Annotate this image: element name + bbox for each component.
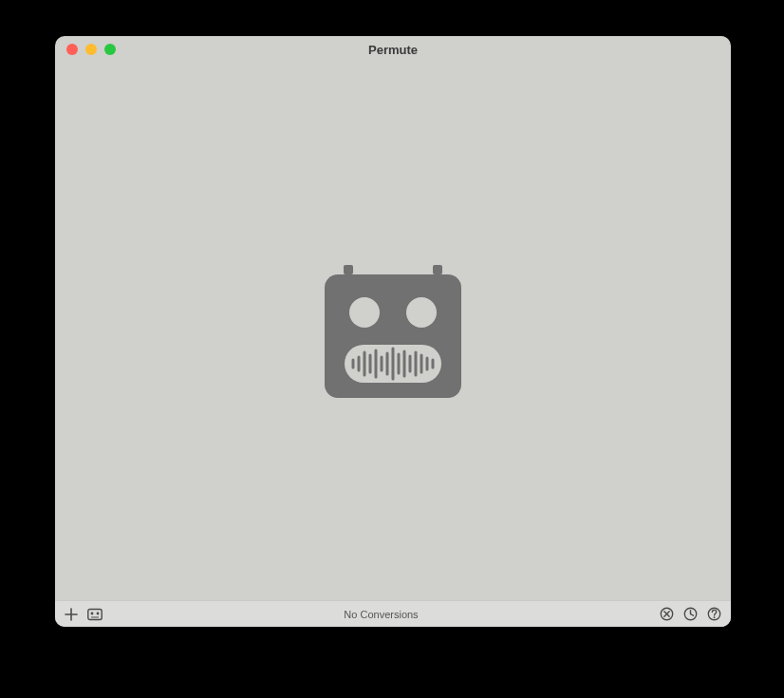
cancel-circle-icon xyxy=(660,607,674,621)
svg-point-25 xyxy=(97,612,100,614)
cassette-preset-icon xyxy=(87,608,103,621)
status-text: No Conversions xyxy=(103,609,660,620)
svg-point-3 xyxy=(349,297,380,328)
bottom-toolbar-left xyxy=(65,608,103,621)
drop-area[interactable] xyxy=(55,63,731,600)
titlebar: Permute xyxy=(55,36,731,63)
svg-point-4 xyxy=(406,297,437,328)
add-button[interactable] xyxy=(65,608,78,621)
help-button[interactable] xyxy=(707,607,721,621)
permute-window: Permute xyxy=(55,36,731,627)
history-button[interactable] xyxy=(683,607,698,621)
window-title: Permute xyxy=(55,43,731,57)
preset-button[interactable] xyxy=(87,608,103,621)
svg-point-24 xyxy=(91,612,94,614)
plus-icon xyxy=(65,608,78,621)
minimize-button[interactable] xyxy=(85,44,97,55)
bottom-toolbar: No Conversions xyxy=(55,600,731,627)
maximize-button[interactable] xyxy=(104,44,116,55)
svg-rect-23 xyxy=(88,609,102,619)
bottom-toolbar-right xyxy=(660,607,721,621)
svg-rect-0 xyxy=(344,265,353,274)
close-button[interactable] xyxy=(66,44,78,55)
clock-icon xyxy=(683,607,698,621)
svg-point-34 xyxy=(714,616,716,618)
svg-line-32 xyxy=(691,614,694,616)
svg-rect-1 xyxy=(433,265,442,274)
traffic-lights xyxy=(55,44,116,55)
help-circle-icon xyxy=(707,607,721,621)
cancel-all-button[interactable] xyxy=(660,607,674,621)
robot-waveform-icon xyxy=(322,265,464,398)
